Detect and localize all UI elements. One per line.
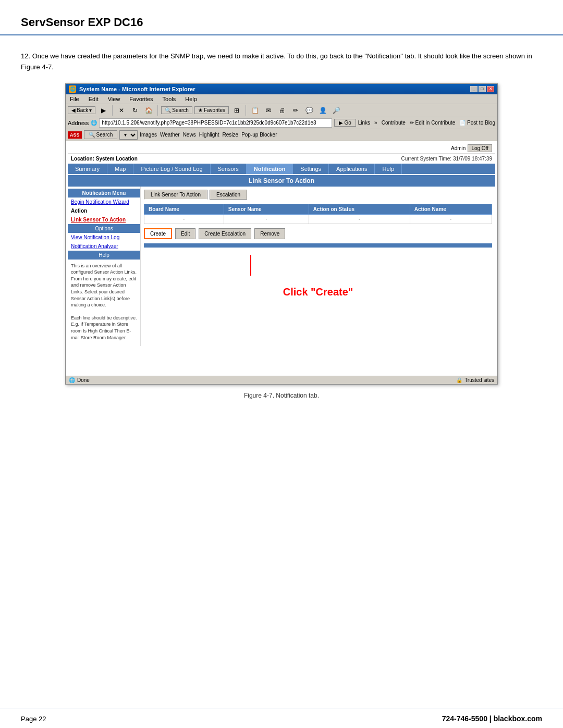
links-area: Links » Contribute ✏ Edit in Contribute … [358,120,495,126]
tab-applications[interactable]: Applications [329,164,375,174]
tab-help[interactable]: Help [375,164,402,174]
search-toolbar-button[interactable]: 🔍 Search [84,130,118,139]
col-board-name: Board Name [144,204,224,214]
table-row: · · · · [144,214,492,224]
print-button[interactable]: 🖨 [276,105,288,116]
weather-link[interactable]: Weather [160,132,180,138]
menu-favorites[interactable]: Favorites [127,95,155,103]
col-action-name: Action Name [410,204,492,214]
sidebar-options[interactable]: Options [68,224,140,233]
star-icon: ★ [198,107,203,113]
back-button[interactable]: ◀ Back ▾ [68,106,95,114]
dropdown-icon: ▾ [89,107,92,113]
popup-blocker-link[interactable]: Pop-up Blocker [241,132,277,138]
sub-tab-escalation[interactable]: Escalation [210,190,247,200]
menu-help[interactable]: Help [183,95,199,103]
maximize-button[interactable]: □ [479,86,486,92]
separator [112,105,113,116]
go-button[interactable]: ▶ Go [334,119,356,127]
title-bar-text: System Name - Microsoft Internet Explore… [79,86,195,92]
tab-summary[interactable]: Summary [68,164,107,174]
title-bar-buttons[interactable]: _ □ ✕ [470,86,494,92]
title-bar-left: 🌐 System Name - Microsoft Internet Explo… [69,85,195,93]
click-create-section: Click "Create" [144,250,492,319]
sidebar-help[interactable]: Help [68,251,140,260]
search-toolbar-icon: 🔍 [89,132,95,138]
search-bar: ASS 🔍 Search ▾ Images Weather News Highl… [66,129,497,141]
resize-link[interactable]: Resize [223,132,239,138]
images-link[interactable]: Images [140,132,157,138]
sidebar-begin-wizard[interactable]: Begin Notification Wizard [68,198,140,206]
separator2 [157,105,158,116]
history-button[interactable]: 📋 [249,105,261,116]
separator3 [246,105,246,116]
data-table: Board Name Sensor Name Action on Status … [144,204,492,224]
edit-contribute-btn[interactable]: ✏ Edit in Contribute [410,120,456,126]
admin-text: Admin [451,145,466,151]
status-text: Done [77,377,90,383]
sidebar-view-log[interactable]: View Notification Log [68,233,140,242]
doc-footer: Page 22 724-746-5500 | blackbox.com [0,709,563,728]
tab-sensors[interactable]: Sensors [211,164,247,174]
footer-contact: 724-746-5500 | blackbox.com [442,714,542,723]
sub-tab-link-sensor[interactable]: Link Sensor To Action [144,190,207,200]
tab-settings[interactable]: Settings [293,164,329,174]
links-arrow: » [374,120,377,126]
media-button[interactable]: ⊞ [231,105,242,116]
edit-button[interactable]: Edit [175,228,195,239]
menu-edit[interactable]: Edit [87,95,101,103]
refresh-button[interactable]: ↻ [129,105,141,116]
nav-tabs: Summary Map Picture Log / Sound Log Sens… [68,164,495,174]
messenger-button[interactable]: 👤 [317,105,328,116]
stop-button[interactable]: ✕ [116,105,127,116]
doc-paragraph: 12. Once we have created the parameters … [21,51,542,73]
sidebar-link-sensor[interactable]: Link Sensor To Action [68,215,140,224]
create-escalation-button[interactable]: Create Escalation [199,228,251,239]
post-to-blog-btn[interactable]: 📄 Post to Blog [459,120,495,126]
logoff-button[interactable]: Log Off [468,144,492,152]
menu-file[interactable]: File [68,95,81,103]
sidebar-menu-title: Notification Menu [68,189,140,198]
status-bar: 🌐 Done 🔒 Trusted sites [66,376,497,384]
mail-button[interactable]: ✉ [263,105,274,116]
create-button[interactable]: Create [144,228,172,239]
favorites-button[interactable]: ★ Favorites [194,106,229,114]
edit-button[interactable]: ✏ [290,105,301,116]
highlight-link[interactable]: Highlight [199,132,219,138]
remove-button[interactable]: Remove [254,228,285,239]
doc-body: 12. Once we have created the parameters … [0,46,563,420]
tab-map[interactable]: Map [107,164,133,174]
address-input[interactable] [99,118,332,128]
tab-notification[interactable]: Notification [247,164,293,174]
page-content: Admin Log Off Location: System Location … [66,141,497,376]
search-button[interactable]: 🔍 Search [161,106,192,114]
menu-tools[interactable]: Tools [161,95,178,103]
research-button[interactable]: 🔎 [331,105,342,116]
news-link[interactable]: News [183,132,196,138]
doc-title: ServSensor EXP DC16 [21,16,143,29]
table-header-row: Board Name Sensor Name Action on Status … [144,204,492,214]
page-title-bar: Link Sensor To Action [68,175,495,187]
app-icon: ASS [68,131,82,139]
discuss-button[interactable]: 💬 [303,105,315,116]
close-button[interactable]: ✕ [487,86,494,92]
click-create-text: Click "Create" [144,276,492,303]
main-area: Link Sensor To Action Escalation Board N… [141,187,495,347]
forward-button[interactable]: ▶ [97,105,109,116]
doc-header: ServSensor EXP DC16 [0,0,563,35]
menu-view[interactable]: View [106,95,123,103]
cell-board-name: · [144,214,224,224]
minimize-button[interactable]: _ [470,86,478,92]
cell-sensor-name: · [224,214,309,224]
title-bar: 🌐 System Name - Microsoft Internet Explo… [66,84,497,94]
search-dropdown[interactable]: ▾ [119,130,138,140]
cell-action-name: · [410,214,492,224]
contribute-btn[interactable]: Contribute [382,120,406,126]
location-bar: Location: System Location Current System… [68,154,495,164]
home-button[interactable]: 🏠 [143,105,154,116]
sidebar-analyzer[interactable]: Notification Analyzer [68,242,140,251]
page-container: ServSensor EXP DC16 12. Once we have cre… [0,0,563,728]
address-icon: 🌐 [91,120,97,126]
address-label: Address [68,120,89,126]
tab-picture-log[interactable]: Picture Log / Sound Log [133,164,210,174]
